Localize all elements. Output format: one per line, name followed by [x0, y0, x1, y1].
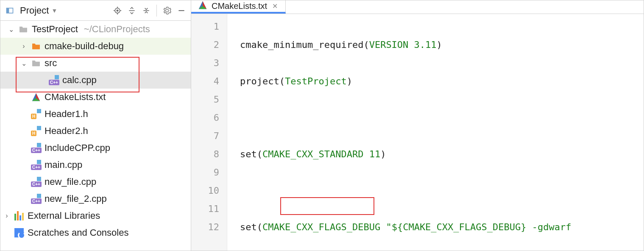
tree-node-label: new_file_2.cpp: [45, 193, 107, 204]
cmake-icon: [198, 0, 207, 12]
line-number: 9: [191, 163, 219, 181]
tree-node-label: cmake-build-debug: [45, 41, 124, 52]
editor: CMakeLists.txt ✕ 1 2 3 4 5 6 7 8 9 10 11…: [191, 0, 644, 251]
tree-node-label: Scratches and Consoles: [28, 227, 128, 238]
code-area[interactable]: 1 2 3 4 5 6 7 8 9 10 11 12 cmake_minimum…: [191, 14, 644, 251]
line-number: 2: [191, 36, 219, 54]
close-icon[interactable]: ✕: [271, 1, 279, 11]
chevron-right-icon: ›: [20, 42, 28, 50]
hide-icon[interactable]: [176, 5, 187, 17]
tree-file-newfile[interactable]: C++ new_file.cpp: [0, 173, 191, 190]
cpp-file-icon: C++: [31, 160, 41, 170]
cpp-file-icon: C++: [31, 143, 41, 153]
chevron-down-icon: ▼: [51, 7, 57, 14]
gutter: 1 2 3 4 5 6 7 8 9 10 11 12: [191, 14, 227, 251]
expand-all-icon[interactable]: [126, 5, 138, 17]
tree-node-label: new_file.cpp: [45, 176, 96, 187]
chevron-right-icon: ›: [3, 212, 11, 220]
tree-external-libraries[interactable]: › External Libraries: [0, 207, 191, 224]
folder-icon: [18, 24, 28, 34]
project-tree: ⌄ TestProject ~/CLionProjects › cmake-bu…: [0, 21, 191, 251]
tree-src-dir[interactable]: ⌄ src: [0, 55, 191, 72]
tree-file-header1[interactable]: H Header1.h: [0, 106, 191, 123]
tree-file-includecpp[interactable]: C++ IncludeCPP.cpp: [0, 139, 191, 156]
header-file-icon: H: [31, 126, 41, 136]
cpp-file-icon: C++: [31, 194, 41, 204]
tree-node-label: calc.cpp: [62, 75, 97, 86]
line-number: 6: [191, 109, 219, 127]
cpp-file-icon: C++: [31, 177, 41, 187]
line-number: 12: [191, 218, 219, 236]
tree-node-path: ~/CLionProjects: [84, 24, 150, 35]
tree-file-header2[interactable]: H Header2.h: [0, 123, 191, 139]
line-number: 3: [191, 54, 219, 72]
collapse-all-icon[interactable]: [140, 5, 152, 17]
tree-build-dir[interactable]: › cmake-build-debug: [0, 38, 191, 55]
tree-file-calc[interactable]: C++ calc.cpp: [0, 72, 191, 89]
header-file-icon: H: [31, 109, 41, 119]
project-tool-window: Project ▼ ⌄: [0, 0, 191, 251]
tree-file-newfile2[interactable]: C++ new_file_2.cpp: [0, 190, 191, 207]
tab-title: CMakeLists.txt: [212, 1, 267, 11]
tree-node-label: External Libraries: [28, 210, 100, 221]
tree-node-label: TestProject: [32, 24, 78, 35]
highlight-box: [280, 197, 374, 215]
locate-icon[interactable]: [112, 5, 123, 17]
line-number: 5: [191, 90, 219, 109]
tree-project-root[interactable]: ⌄ TestProject ~/CLionProjects: [0, 21, 191, 38]
line-number: 11: [191, 200, 219, 218]
project-view-selector[interactable]: Project ▼: [18, 5, 59, 16]
line-number: 10: [191, 181, 219, 200]
svg-rect-1: [7, 8, 9, 13]
scratches-icon: [14, 228, 24, 238]
folder-icon: [31, 41, 41, 51]
project-view-icon[interactable]: [4, 5, 16, 17]
line-number: 1: [191, 17, 219, 36]
project-view-label: Project: [20, 5, 49, 16]
folder-icon: [31, 58, 41, 68]
tree-scratches[interactable]: Scratches and Consoles: [0, 224, 191, 241]
tree-file-cmakelists[interactable]: CMakeLists.txt: [0, 89, 191, 106]
cpp-file-icon: C++: [49, 75, 59, 85]
tree-file-main[interactable]: C++ main.cpp: [0, 156, 191, 173]
editor-tabbar: CMakeLists.txt ✕: [191, 0, 644, 14]
svg-point-3: [117, 10, 118, 11]
line-number: 4: [191, 72, 219, 90]
line-number: 7: [191, 127, 219, 145]
line-number: 8: [191, 145, 219, 163]
tree-node-label: main.cpp: [45, 159, 82, 170]
chevron-down-icon: ⌄: [20, 59, 28, 67]
tree-node-label: Header1.h: [45, 109, 88, 120]
external-libraries-icon: [14, 211, 24, 221]
gear-icon[interactable]: [161, 5, 173, 17]
editor-tab-cmakelists[interactable]: CMakeLists.txt ✕: [191, 0, 286, 14]
tree-node-label: Header2.h: [45, 126, 88, 137]
code[interactable]: cmake_minimum_required(VERSION 3.11) pro…: [227, 14, 644, 251]
chevron-down-icon: ⌄: [7, 25, 15, 33]
cmake-icon: [31, 92, 41, 102]
project-toolbar: Project ▼: [0, 0, 191, 21]
tree-node-label: IncludeCPP.cpp: [45, 142, 110, 153]
tree-node-label: src: [45, 58, 57, 69]
tree-node-label: CMakeLists.txt: [45, 92, 106, 103]
